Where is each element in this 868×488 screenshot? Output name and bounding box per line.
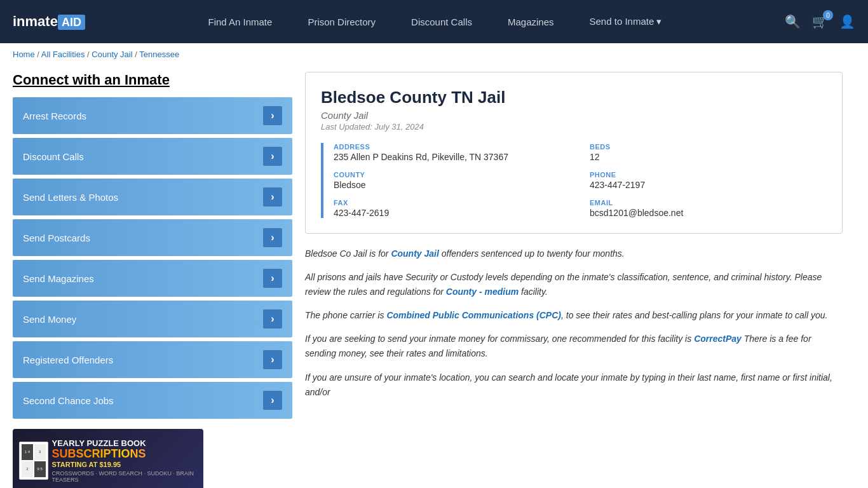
county-label: COUNTY bbox=[334, 171, 571, 179]
email-block: EMAIL bcsd1201@bledsoe.net bbox=[590, 199, 827, 218]
facility-content: Bledsoe County TN Jail County Jail Last … bbox=[292, 72, 855, 488]
phone-label: PHONE bbox=[590, 171, 827, 179]
beds-block: BEDS 12 bbox=[590, 143, 827, 162]
facility-updated: Last Updated: July 31, 2024 bbox=[321, 122, 827, 132]
desc-para-3: The phone carrier is Combined Public Com… bbox=[305, 308, 843, 323]
fax-label: FAX bbox=[334, 199, 571, 207]
desc-para-5: If you are unsure of your inmate's locat… bbox=[305, 370, 843, 400]
nav-magazines[interactable]: Magazines bbox=[490, 0, 572, 43]
user-icon[interactable]: 👤 bbox=[839, 14, 855, 29]
breadcrumb-county-jail[interactable]: County Jail bbox=[92, 50, 132, 59]
sidebar-title: Connect with an Inmate bbox=[13, 72, 292, 88]
fax-block: FAX 423-447-2619 bbox=[334, 199, 571, 218]
email-label: EMAIL bbox=[590, 199, 827, 207]
facility-info-grid: ADDRESS 235 Allen P Deakins Rd, Pikevill… bbox=[321, 143, 827, 218]
sidebar-btn-send-magazines[interactable]: Send Magazines › bbox=[13, 260, 292, 297]
fax-value: 423-447-2619 bbox=[334, 208, 571, 218]
desc-para-2: All prisons and jails have Security or C… bbox=[305, 270, 843, 299]
facility-card: Bledsoe County TN Jail County Jail Last … bbox=[305, 72, 843, 234]
cart-badge: 0 bbox=[823, 10, 833, 20]
cart-icon[interactable]: 🛒 0 bbox=[812, 14, 828, 29]
sidebar-btn-send-letters[interactable]: Send Letters & Photos › bbox=[13, 179, 292, 215]
sidebar-btn-second-chance-jobs[interactable]: Second Chance Jobs › bbox=[13, 382, 292, 419]
address-value: 235 Allen P Deakins Rd, Pikeville, TN 37… bbox=[334, 152, 571, 162]
ad-subscriptions: SUBSCRIPTIONS bbox=[52, 448, 197, 461]
facility-description: Bledsoe Co Jail is for County Jail offen… bbox=[305, 247, 843, 400]
chevron-icon: › bbox=[263, 106, 282, 125]
sidebar-btn-send-money[interactable]: Send Money › bbox=[13, 301, 292, 337]
main-container: Connect with an Inmate Arrest Records › … bbox=[0, 65, 868, 488]
correctpay-link[interactable]: CorrectPay bbox=[694, 334, 742, 344]
sidebar-btn-send-postcards[interactable]: Send Postcards › bbox=[13, 219, 292, 256]
desc-para-4: If you are seeking to send your inmate m… bbox=[305, 332, 843, 361]
sidebar-btn-discount-calls[interactable]: Discount Calls › bbox=[13, 138, 292, 175]
header: inmateAID Find An Inmate Prison Director… bbox=[0, 0, 868, 43]
sidebar-btn-registered-offenders[interactable]: Registered Offenders › bbox=[13, 341, 292, 378]
breadcrumb-home[interactable]: Home bbox=[13, 50, 35, 59]
logo-text: inmateAID bbox=[13, 13, 85, 30]
chevron-icon: › bbox=[263, 187, 282, 207]
county-value: Bledsoe bbox=[334, 180, 571, 190]
address-label: ADDRESS bbox=[334, 143, 571, 151]
nav-prison-directory[interactable]: Prison Directory bbox=[290, 0, 393, 43]
beds-value: 12 bbox=[590, 152, 827, 162]
sidebar-btn-arrest-records[interactable]: Arrest Records › bbox=[13, 97, 292, 134]
email-value: bcsd1201@bledsoe.net bbox=[590, 208, 827, 218]
breadcrumb-all-facilities[interactable]: All Facilities bbox=[41, 50, 85, 59]
main-nav: Find An Inmate Prison Directory Discount… bbox=[104, 0, 766, 43]
breadcrumb: Home / All Facilities / County Jail / Te… bbox=[0, 43, 868, 65]
phone-block: PHONE 423-447-2197 bbox=[590, 171, 827, 190]
breadcrumb-state[interactable]: Tennessee bbox=[139, 50, 179, 59]
sidebar: Connect with an Inmate Arrest Records › … bbox=[13, 72, 292, 488]
nav-find-inmate[interactable]: Find An Inmate bbox=[190, 0, 290, 43]
nav-discount-calls[interactable]: Discount Calls bbox=[393, 0, 490, 43]
ad-price: STARTING AT $19.95 bbox=[52, 461, 197, 468]
county-medium-link[interactable]: County - medium bbox=[446, 287, 519, 297]
chevron-icon: › bbox=[263, 147, 282, 166]
search-icon[interactable]: 🔍 bbox=[785, 14, 801, 29]
chevron-icon: › bbox=[263, 350, 282, 369]
cpc-link[interactable]: Combined Public Communications (CPC) bbox=[386, 310, 561, 320]
nav-send-to-inmate[interactable]: Send to Inmate ▾ bbox=[572, 0, 680, 43]
header-icons: 🔍 🛒 0 👤 bbox=[785, 14, 855, 29]
facility-name: Bledsoe County TN Jail bbox=[321, 88, 827, 107]
beds-label: BEDS bbox=[590, 143, 827, 151]
facility-type: County Jail bbox=[321, 110, 827, 121]
chevron-icon: › bbox=[263, 228, 282, 247]
county-block: COUNTY Bledsoe bbox=[334, 171, 571, 190]
ad-title: YEARLY PUZZLE BOOK bbox=[52, 438, 197, 448]
chevron-icon: › bbox=[263, 269, 282, 288]
logo[interactable]: inmateAID bbox=[13, 13, 85, 30]
desc-para-1: Bledsoe Co Jail is for County Jail offen… bbox=[305, 247, 843, 261]
phone-value: 423-447-2197 bbox=[590, 180, 827, 190]
chevron-icon: › bbox=[263, 309, 282, 329]
ad-subtext: CROSSWORDS · WORD SEARCH · SUDOKU · BRAI… bbox=[52, 470, 197, 483]
chevron-icon: › bbox=[263, 391, 282, 410]
county-jail-link-1[interactable]: County Jail bbox=[391, 248, 438, 259]
address-block: ADDRESS 235 Allen P Deakins Rd, Pikevill… bbox=[334, 143, 571, 162]
ad-banner[interactable]: 1 4 3 2 9 5 YEARLY PUZZLE BOOK SUBSCRIPT… bbox=[13, 429, 203, 488]
